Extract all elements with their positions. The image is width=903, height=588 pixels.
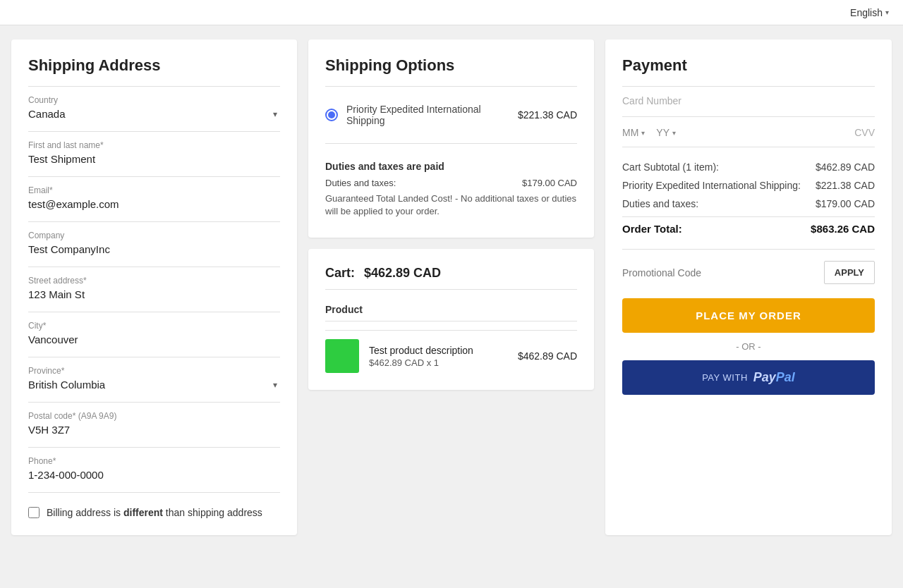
shipping-radio-icon[interactable] xyxy=(325,109,338,121)
shipping-summary-row: Priority Expedited International Shippin… xyxy=(622,180,875,191)
promo-input[interactable] xyxy=(622,267,818,278)
duties-box: Duties and taxes are paid Duties and tax… xyxy=(325,152,577,221)
country-select[interactable]: Canada ▾ xyxy=(28,108,280,120)
expiry-mm-chevron-icon: ▾ xyxy=(641,129,645,137)
radio-inner xyxy=(328,111,335,118)
billing-checkbox-label: Billing address is different than shippi… xyxy=(47,507,262,518)
subtotal-label: Cart Subtotal (1 item): xyxy=(622,161,719,173)
subtotal-row: Cart Subtotal (1 item): $462.89 CAD xyxy=(622,161,875,173)
name-field: First and last name* Test Shipment xyxy=(28,140,280,165)
payment-title: Payment xyxy=(622,56,875,75)
shipping-address-title: Shipping Address xyxy=(28,56,280,75)
company-field: Company Test CompanyInc xyxy=(28,231,280,255)
shipping-address-panel: Shipping Address Country Canada ▾ First … xyxy=(11,39,297,535)
company-value[interactable]: Test CompanyInc xyxy=(28,243,280,255)
order-total-row: Order Total: $863.26 CAD xyxy=(622,216,875,235)
billing-different-checkbox[interactable] xyxy=(28,507,40,518)
city-value[interactable]: Vancouver xyxy=(28,333,280,345)
country-label: Country xyxy=(28,95,280,105)
phone-value[interactable]: 1-234-000-0000 xyxy=(28,469,280,481)
country-field: Country Canada ▾ xyxy=(28,95,280,120)
order-total-label: Order Total: xyxy=(622,223,682,235)
product-row: Test product description $462.89 CAD x 1… xyxy=(325,339,577,373)
city-field: City* Vancouver xyxy=(28,321,280,345)
expiry-yy-chevron-icon: ▾ xyxy=(672,129,676,137)
expiry-yy-select[interactable]: YY ▾ xyxy=(656,127,676,138)
duties-summary-price: $179.00 CAD xyxy=(816,198,875,209)
email-value[interactable]: test@example.com xyxy=(28,198,280,210)
duties-title: Duties and taxes are paid xyxy=(325,161,577,172)
province-select[interactable]: British Columbia ▾ xyxy=(28,379,280,391)
apply-button[interactable]: APPLY xyxy=(824,261,875,284)
duties-label: Duties and taxes: xyxy=(325,178,396,188)
postal-value[interactable]: V5H 3Z7 xyxy=(28,424,280,436)
top-bar: English ▾ xyxy=(0,0,903,25)
product-name: Test product description xyxy=(369,345,508,356)
product-qty: $462.89 CAD x 1 xyxy=(369,357,508,368)
card-number-label: Card Number xyxy=(622,95,875,117)
product-info: Test product description $462.89 CAD x 1 xyxy=(369,345,508,368)
paypal-pre-text: PAY WITH xyxy=(702,372,748,383)
paypal-logo: PayPal xyxy=(753,370,795,385)
payment-panel: Payment Card Number MM ▾ YY ▾ CVV Cart S… xyxy=(605,39,892,535)
email-label: Email* xyxy=(28,185,280,195)
paypal-logo-pal: Pal xyxy=(776,370,795,384)
shipping-options-panel: Shipping Options Priority Expedited Inte… xyxy=(308,39,594,238)
promo-row: APPLY xyxy=(622,249,875,284)
name-label: First and last name* xyxy=(28,140,280,150)
province-select-input[interactable]: British Columbia xyxy=(28,379,280,391)
shipping-summary-price: $221.38 CAD xyxy=(816,180,875,191)
email-field: Email* test@example.com xyxy=(28,185,280,210)
product-header: Product xyxy=(325,298,577,321)
shipping-option-price: $221.38 CAD xyxy=(518,109,577,121)
province-label: Province* xyxy=(28,366,280,376)
expiry-yy-label: YY xyxy=(656,127,669,138)
chevron-down-icon: ▾ xyxy=(885,8,889,16)
order-total-price: $863.26 CAD xyxy=(811,223,875,235)
street-field: Street address* 123 Main St xyxy=(28,276,280,300)
paypal-logo-pay: Pay xyxy=(753,370,776,384)
product-thumbnail xyxy=(325,339,359,373)
shipping-option-label: Priority Expedited International Shippin… xyxy=(346,104,509,126)
duties-summary-label: Duties and taxes: xyxy=(622,198,698,209)
language-selector[interactable]: English ▾ xyxy=(850,7,889,18)
street-label: Street address* xyxy=(28,276,280,286)
duties-note: Guaranteed Total Landed Cost! - No addit… xyxy=(325,192,577,218)
shipping-options-title: Shipping Options xyxy=(325,56,577,75)
phone-field: Phone* 1-234-000-0000 xyxy=(28,456,280,481)
postal-field: Postal code* (A9A 9A9) V5H 3Z7 xyxy=(28,411,280,436)
company-label: Company xyxy=(28,231,280,240)
middle-column: Shipping Options Priority Expedited Inte… xyxy=(308,39,594,535)
cart-panel: Cart: $462.89 CAD Product Test product d… xyxy=(308,249,594,390)
phone-label: Phone* xyxy=(28,456,280,466)
paypal-button[interactable]: PAY WITH PayPal xyxy=(622,360,875,395)
expiry-mm-label: MM xyxy=(622,127,638,138)
shipping-summary-label: Priority Expedited International Shippin… xyxy=(622,180,801,191)
street-value[interactable]: 123 Main St xyxy=(28,288,280,300)
product-price: $462.89 CAD xyxy=(518,350,577,362)
or-divider: - OR - xyxy=(622,341,875,352)
city-label: City* xyxy=(28,321,280,331)
cart-title: Cart: $462.89 CAD xyxy=(325,266,577,281)
postal-label: Postal code* (A9A 9A9) xyxy=(28,411,280,421)
subtotal-price: $462.89 CAD xyxy=(816,161,875,173)
main-content: Shipping Address Country Canada ▾ First … xyxy=(0,25,903,549)
duties-price: $179.00 CAD xyxy=(522,178,577,188)
billing-checkbox-row: Billing address is different than shippi… xyxy=(28,507,280,518)
duties-row: Duties and taxes: $179.00 CAD xyxy=(325,178,577,188)
duties-summary-row: Duties and taxes: $179.00 CAD xyxy=(622,198,875,209)
expiry-row: MM ▾ YY ▾ CVV xyxy=(622,127,875,147)
country-select-input[interactable]: Canada xyxy=(28,108,280,120)
name-value[interactable]: Test Shipment xyxy=(28,153,280,165)
expiry-mm-select[interactable]: MM ▾ xyxy=(622,127,645,138)
shipping-option-row[interactable]: Priority Expedited International Shippin… xyxy=(325,95,577,135)
province-field: Province* British Columbia ▾ xyxy=(28,366,280,391)
cvv-label[interactable]: CVV xyxy=(854,127,875,138)
language-label: English xyxy=(850,7,883,18)
place-order-button[interactable]: PLACE MY ORDER xyxy=(622,298,875,333)
